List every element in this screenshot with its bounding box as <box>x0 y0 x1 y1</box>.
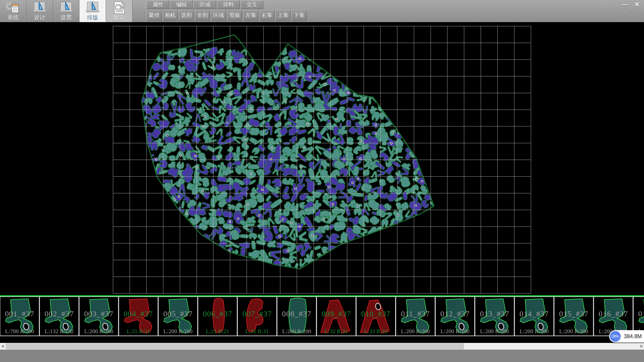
memory-overlay-pill[interactable]: 38% 384.8M <box>609 330 644 343</box>
tab-properties[interactable]: 属性 <box>147 0 169 9</box>
part-count-label: L:200 R:200 <box>159 328 197 335</box>
part-count-label: L:200 R:200 <box>515 328 553 335</box>
report-doc-icon <box>112 1 126 14</box>
tray-part-001[interactable]: 001_#37L:700 R:700 <box>0 296 40 336</box>
tool-camera[interactable]: 相机 <box>163 10 178 21</box>
tray-part-015[interactable]: 015_#37L:200 R:200 <box>554 296 594 336</box>
part-count-label: L:132 R:132 <box>40 328 78 335</box>
part-count-label: L:31 R:31 <box>238 328 276 335</box>
part-count-label: L:200 R:200 <box>475 328 514 335</box>
mode-button-nesting[interactable]: 排版 <box>79 0 106 22</box>
mode-label-settings: 设置 <box>60 14 72 21</box>
mode-label-system: 系统 <box>7 14 19 21</box>
tray-part-005[interactable]: 005_#37L:200 R:200 <box>158 296 198 336</box>
scrollbar-thumb[interactable] <box>6 343 464 349</box>
tool-defect[interactable]: 瑕疵 <box>227 10 242 21</box>
nesting-layout-svg <box>0 22 644 295</box>
tool-cluster-nest[interactable]: 聚排 <box>147 10 162 21</box>
mode-label-nesting: 排版 <box>87 14 98 21</box>
progress-percent-badge: 38% <box>610 331 621 342</box>
tab-interact[interactable]: 交互 <box>240 0 263 9</box>
tray-part-011[interactable]: 011_#37L:200 R:200 <box>396 296 435 336</box>
mode-button-report[interactable]: 报表 <box>106 0 132 22</box>
tool-select-cut[interactable]: 选割 <box>179 10 194 21</box>
tray-part-013[interactable]: 013_#37L:200 R:200 <box>475 296 515 336</box>
tray-part-009[interactable]: 009_#37L:32 R:31 <box>317 296 356 336</box>
part-count-label: L:200 R:200 <box>436 328 474 335</box>
part-id-label: 013_#37 <box>475 310 514 318</box>
tab-nest[interactable]: 排料 <box>217 0 240 9</box>
part-count-label: L:31 R:31 <box>119 328 158 335</box>
design-ruler-icon <box>32 1 48 14</box>
tool-align-left[interactable]: 左靠 <box>243 10 258 21</box>
part-count-label: L:32 R:31 <box>317 328 356 335</box>
scroll-right-icon[interactable]: > <box>638 343 644 350</box>
mode-label-design: 设计 <box>34 14 45 21</box>
tool-align-bottom[interactable]: 下靠 <box>291 10 307 21</box>
part-count-label: L:200 R:200 <box>79 328 118 335</box>
mode-button-design[interactable]: 设计 <box>26 0 53 22</box>
window-controls: — ✕ <box>621 1 641 8</box>
tray-part-012[interactable]: 012_#37L:200 R:200 <box>435 296 475 336</box>
tool-button-row: 聚排相机选割全割区域瑕疵左靠右靠上靠下靠 <box>147 10 307 21</box>
part-count-label: L:200 R:200 <box>277 328 316 335</box>
mode-button-settings[interactable]: 设置 <box>53 0 79 22</box>
part-id-label: 007_#37 <box>238 310 276 318</box>
scroll-left-icon[interactable]: < <box>0 343 6 350</box>
tool-align-top[interactable]: 上靠 <box>275 10 290 21</box>
part-id-label: 009_#37 <box>317 310 356 318</box>
settings-ruler-icon <box>58 1 74 14</box>
part-id-label: 012_#37 <box>436 310 474 318</box>
part-count-label: L:21 R:21 <box>198 328 237 335</box>
tray-part-010[interactable]: 010_#37L:33 R:33 <box>356 296 396 336</box>
part-count-label: L:200 R:200 <box>396 328 435 335</box>
menu-tab-row: 属性编辑区域排料交互 <box>147 0 263 9</box>
tray-part-008[interactable]: 008_#37L:200 R:200 <box>277 296 317 336</box>
tool-region[interactable]: 区域 <box>211 10 226 21</box>
minimize-icon[interactable]: — <box>621 1 629 8</box>
part-id-label: 003_#37 <box>79 310 118 318</box>
tool-cut-all[interactable]: 全割 <box>195 10 210 21</box>
part-count-label: L:700 R:700 <box>0 328 39 335</box>
tray-cell-strip: 001_#37L:700 R:700002_#37L:132 R:132003_… <box>0 296 644 336</box>
tray-part-007[interactable]: 007_#37L:31 R:31 <box>237 296 277 336</box>
memory-value-label: 384.8M <box>624 334 642 340</box>
tab-edit[interactable]: 编辑 <box>170 0 193 9</box>
part-id-label: 010_#37 <box>357 310 395 318</box>
part-id-label: 014_#37 <box>515 310 553 318</box>
tab-region[interactable]: 区域 <box>194 0 216 9</box>
horizontal-scrollbar[interactable]: < > <box>0 343 644 350</box>
mode-button-system[interactable]: 系统 <box>0 0 26 22</box>
close-icon[interactable]: ✕ <box>633 1 641 8</box>
main-toolbar: 系统 设计 设置 排版 <box>0 0 644 22</box>
part-id-label: 006_#37 <box>198 310 237 318</box>
part-id-label: 004_#37 <box>119 310 158 318</box>
part-id-label: 011_#37 <box>396 310 435 318</box>
mode-label-report: 报表 <box>113 14 125 21</box>
nesting-canvas[interactable] <box>0 22 644 295</box>
nesting-ruler-icon <box>85 1 101 14</box>
tray-part-006[interactable]: 006_#37L:21 R:21 <box>198 296 237 336</box>
part-id-label: 015_#37 <box>554 310 593 318</box>
mode-bar: 系统 设计 设置 排版 <box>0 0 132 22</box>
part-id-label: 002_#37 <box>40 310 78 318</box>
tray-part-004[interactable]: 004_#37L:31 R:31 <box>119 296 158 336</box>
part-id-label: 017_#37 <box>634 310 644 318</box>
part-id-label: 008_#37 <box>277 310 316 318</box>
status-bar <box>0 350 644 362</box>
part-count-label: L:200 R:200 <box>554 328 593 335</box>
part-id-label: 001_#37 <box>0 310 39 318</box>
system-gear-icon <box>4 1 22 14</box>
tray-part-003[interactable]: 003_#37L:200 R:200 <box>79 296 119 336</box>
parts-tray: 001_#37L:700 R:700002_#37L:132 R:132003_… <box>0 295 644 343</box>
part-id-label: 005_#37 <box>159 310 197 318</box>
tray-part-014[interactable]: 014_#37L:200 R:200 <box>515 296 554 336</box>
part-id-label: 016_#37 <box>594 310 633 318</box>
part-count-label: L:33 R:33 <box>357 328 395 335</box>
tray-part-002[interactable]: 002_#37L:132 R:132 <box>40 296 79 336</box>
tool-align-right[interactable]: 右靠 <box>259 10 274 21</box>
